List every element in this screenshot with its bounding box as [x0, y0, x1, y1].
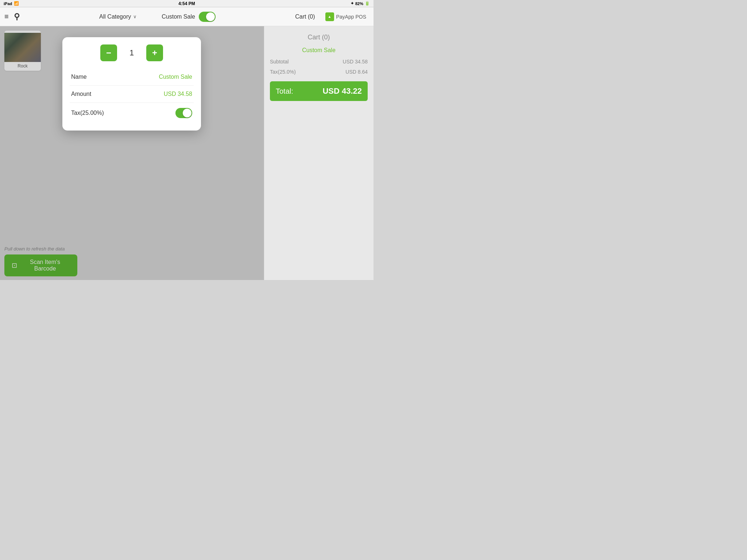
menu-icon[interactable]: ≡	[4, 12, 9, 21]
decrement-button[interactable]: −	[100, 44, 117, 61]
popup-name-value[interactable]: Custom Sale	[159, 74, 192, 80]
search-icon[interactable]: ⚲	[14, 12, 20, 22]
popup-name-label: Name	[71, 74, 87, 80]
cart-label[interactable]: Cart (0)	[295, 13, 315, 20]
popup-amount-label: Amount	[71, 91, 91, 97]
popup-tax-row: Tax(25.00%)	[70, 103, 194, 123]
quantity-value: 1	[124, 48, 139, 58]
cart-panel-title: Cart (0)	[270, 34, 368, 41]
ipad-label: iPad	[4, 1, 12, 6]
total-value: USD 43.22	[322, 86, 362, 96]
popup-overlay: − 1 + Name Custom Sale Amount USD 34.58	[0, 26, 263, 280]
category-label: All Category	[99, 13, 131, 20]
popup-name-row: Name Custom Sale	[70, 69, 194, 86]
tax-label: Tax(25.0%)	[270, 69, 296, 75]
cart-subtotal-row: Subtotal USD 34.58	[270, 58, 368, 65]
category-dropdown[interactable]: All Category ∨	[99, 13, 137, 20]
main-content: Rock Pull down to refresh the data ⊡ Sca…	[0, 26, 374, 280]
popup-amount-value[interactable]: USD 34.58	[164, 91, 192, 97]
toggle-knob	[206, 12, 215, 21]
battery-icon: 🔋	[365, 1, 370, 6]
wifi-icon: 📶	[14, 1, 19, 6]
battery-percent: 82%	[355, 1, 363, 6]
custom-sale-toggle[interactable]	[199, 12, 216, 22]
header: ≡ ⚲ All Category ∨ Custom Sale Cart (0) …	[0, 7, 374, 26]
total-bar[interactable]: Total: USD 43.22	[270, 81, 368, 101]
status-bar: iPad 📶 4:54 PM ✦ 82% 🔋	[0, 0, 374, 7]
right-panel: Cart (0) Custom Sale Subtotal USD 34.58 …	[264, 26, 374, 280]
bluetooth-icon: ✦	[351, 1, 354, 6]
popup-amount-row: Amount USD 34.58	[70, 86, 194, 103]
chevron-down-icon: ∨	[133, 14, 137, 19]
time-display: 4:54 PM	[178, 1, 195, 6]
payapp-logo: ▲ PayApp POS	[325, 12, 367, 21]
subtotal-label: Subtotal	[270, 59, 289, 65]
tax-toggle[interactable]	[175, 108, 192, 118]
increment-button[interactable]: +	[146, 44, 163, 61]
custom-sale-popup: − 1 + Name Custom Sale Amount USD 34.58	[62, 37, 201, 131]
quantity-row: − 1 +	[70, 44, 194, 61]
minus-icon: −	[106, 48, 111, 58]
left-panel: Rock Pull down to refresh the data ⊡ Sca…	[0, 26, 264, 280]
total-label: Total:	[276, 87, 293, 96]
cart-item-name: Custom Sale	[270, 47, 368, 54]
cart-tax-row: Tax(25.0%) USD 8.64	[270, 68, 368, 75]
subtotal-value: USD 34.58	[343, 59, 368, 65]
popup-tax-label: Tax(25.00%)	[71, 110, 104, 116]
payapp-text: PayApp POS	[336, 14, 367, 20]
plus-icon: +	[152, 48, 157, 58]
tax-toggle-knob	[183, 109, 191, 117]
payapp-icon: ▲	[325, 12, 334, 21]
tax-value: USD 8.64	[345, 69, 368, 75]
custom-sale-label: Custom Sale	[162, 13, 195, 20]
